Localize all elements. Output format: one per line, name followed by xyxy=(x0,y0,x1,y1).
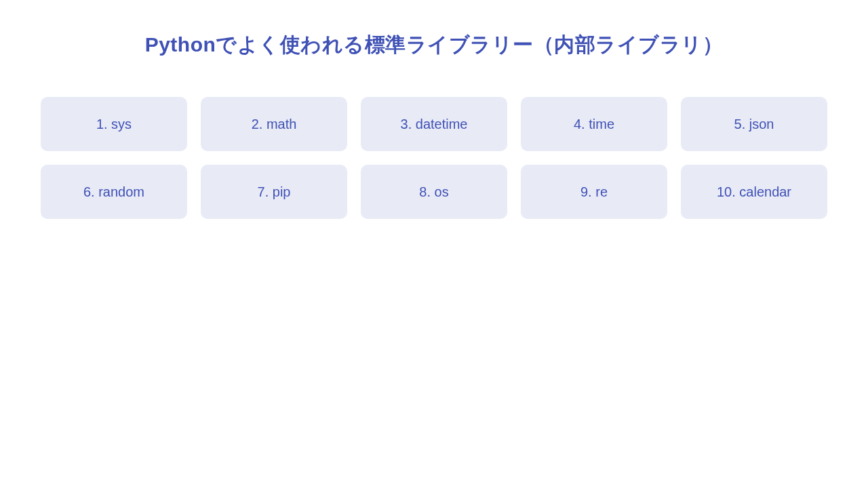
library-card-label: 1. sys xyxy=(96,117,132,132)
library-card: 3. datetime xyxy=(361,97,507,151)
library-card-label: 3. datetime xyxy=(401,117,468,132)
library-card: 5. json xyxy=(681,97,827,151)
library-card: 4. time xyxy=(521,97,667,151)
library-card-label: 8. os xyxy=(419,184,448,200)
library-card-label: 7. pip xyxy=(258,184,291,200)
library-card: 8. os xyxy=(361,165,507,219)
library-card-label: 2. math xyxy=(252,117,297,132)
library-card-label: 4. time xyxy=(574,117,614,132)
library-card: 7. pip xyxy=(201,165,347,219)
library-card-label: 5. json xyxy=(734,117,774,132)
library-card-label: 9. re xyxy=(580,184,608,200)
slide-container: Pythonでよく使われる標準ライブラリー（内部ライブラリ） 1. sys 2.… xyxy=(0,0,868,219)
library-card-label: 10. calendar xyxy=(717,184,791,200)
library-card-label: 6. random xyxy=(83,184,144,200)
library-card: 2. math xyxy=(201,97,347,151)
library-card: 9. re xyxy=(521,165,667,219)
library-grid: 1. sys 2. math 3. datetime 4. time 5. js… xyxy=(41,97,827,219)
library-card: 1. sys xyxy=(41,97,187,151)
page-title: Pythonでよく使われる標準ライブラリー（内部ライブラリ） xyxy=(41,31,827,59)
library-card: 6. random xyxy=(41,165,187,219)
library-card: 10. calendar xyxy=(681,165,827,219)
